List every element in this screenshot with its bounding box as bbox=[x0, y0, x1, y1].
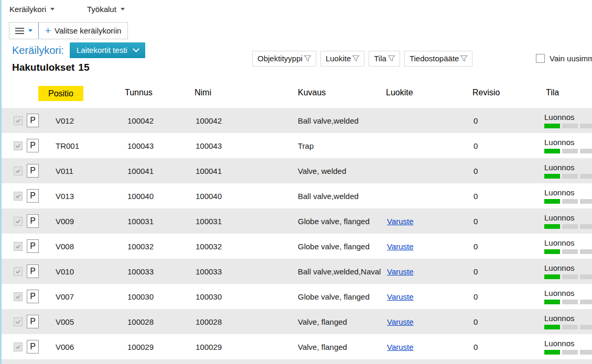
row-checkbox[interactable] bbox=[14, 192, 23, 201]
tunnus-cell: 100040 bbox=[127, 183, 154, 208]
menu-kerailykori-label: Keräilykori bbox=[9, 5, 46, 14]
p-document-icon[interactable]: P bbox=[27, 164, 39, 178]
progress-segment-empty bbox=[580, 274, 592, 279]
row-checkbox[interactable] bbox=[14, 242, 23, 251]
column-header-tila[interactable]: Tila bbox=[546, 88, 559, 97]
progress-segment-empty bbox=[580, 300, 592, 304]
kuvaus-cell: Valve, flanged bbox=[298, 309, 347, 334]
p-document-icon[interactable]: P bbox=[27, 239, 39, 253]
row-checkbox[interactable] bbox=[14, 317, 23, 326]
kuvaus-cell: Valve, flanged bbox=[298, 334, 347, 359]
add-to-basket-button[interactable]: + Valitse keräilykoriin bbox=[39, 23, 127, 39]
table-row[interactable]: P V005 100028 100028 Valve, flanged Varu… bbox=[2, 309, 592, 334]
luokite-link[interactable]: Varuste bbox=[387, 234, 414, 259]
p-document-icon[interactable]: P bbox=[27, 189, 39, 203]
p-document-icon[interactable]: P bbox=[27, 214, 39, 228]
nimi-cell: 100029 bbox=[196, 334, 222, 359]
row-checkbox[interactable] bbox=[14, 267, 23, 276]
menu-tyokalut[interactable]: Työkalut bbox=[87, 5, 125, 14]
basket-row: Keräilykori: Laitekortit testi bbox=[12, 42, 145, 58]
table-row[interactable]: P V009 100031 100031 Globe valve, flange… bbox=[2, 208, 592, 234]
p-document-icon[interactable]: P bbox=[27, 114, 39, 127]
newest-only-option[interactable]: Vain uusimmat r bbox=[536, 54, 592, 63]
filter-label: Tila bbox=[374, 54, 386, 63]
revisio-cell: 0 bbox=[473, 158, 478, 183]
p-document-icon[interactable]: P bbox=[27, 264, 39, 278]
table-row[interactable]: P V013 100040 100040 Ball valve,welded 0… bbox=[2, 183, 592, 208]
tila-cell: Luonnos bbox=[544, 284, 592, 309]
table-row[interactable]: P V010 100033 100033 Ball valve,welded,N… bbox=[2, 259, 592, 284]
app-window: Keräilykori Työkalut + Valitse keräilyko… bbox=[0, 0, 592, 364]
nimi-cell: 100040 bbox=[196, 183, 222, 208]
p-document-icon[interactable]: P bbox=[27, 139, 39, 152]
tunnus-cell: 100032 bbox=[127, 234, 154, 259]
row-checkbox[interactable] bbox=[14, 292, 23, 301]
menu-kerailykori[interactable]: Keräilykori bbox=[9, 5, 55, 14]
basket-label: Keräilykori: bbox=[12, 45, 64, 57]
progress-segment-filled bbox=[544, 249, 560, 254]
status-label: Luonnos bbox=[544, 238, 575, 247]
nimi-cell: 100032 bbox=[196, 234, 222, 259]
revisio-cell: 0 bbox=[473, 309, 478, 334]
column-header-nimi[interactable]: Nimi bbox=[195, 88, 211, 97]
table-row[interactable]: P V008 100032 100032 Globe valve, flange… bbox=[2, 234, 592, 259]
p-document-icon[interactable]: P bbox=[27, 290, 39, 303]
filter-tila-button[interactable]: Tila bbox=[369, 51, 400, 67]
chevron-down-icon bbox=[50, 8, 55, 10]
chevron-down-icon bbox=[121, 8, 125, 10]
tunnus-cell: 100041 bbox=[127, 158, 154, 183]
check-icon bbox=[15, 294, 21, 300]
progress-segment-empty bbox=[562, 274, 578, 279]
filter-objektityyppi-button[interactable]: Objektityyppi bbox=[252, 51, 316, 67]
status-progress-bar bbox=[544, 174, 592, 179]
table-row[interactable]: P TR001 100043 100043 Trap 0 Luonnos bbox=[2, 133, 592, 158]
luokite-link[interactable]: Varuste bbox=[387, 334, 414, 359]
basket-menu-button[interactable] bbox=[9, 23, 38, 39]
column-header-positio[interactable]: Positio bbox=[38, 86, 83, 101]
revisio-cell: 0 bbox=[473, 284, 478, 309]
positio-cell: V011 bbox=[56, 158, 73, 183]
document-icon-cell: P bbox=[27, 208, 39, 234]
row-checkbox[interactable] bbox=[14, 217, 23, 226]
p-document-icon[interactable]: P bbox=[27, 315, 39, 328]
table-row[interactable]: P V007 100030 100030 Globe valve, flange… bbox=[2, 284, 592, 309]
row-checkbox[interactable] bbox=[14, 116, 23, 125]
basket-toolbar: + Valitse keräilykoriin bbox=[9, 22, 128, 39]
column-header-kuvaus[interactable]: Kuvaus bbox=[298, 88, 326, 97]
status-label: Luonnos bbox=[544, 163, 575, 172]
column-header-tunnus[interactable]: Tunnus bbox=[125, 88, 153, 97]
positio-cell: V008 bbox=[56, 234, 74, 259]
row-checkbox[interactable] bbox=[14, 167, 23, 175]
filter-tiedostopaate-button[interactable]: Tiedostopääte bbox=[404, 51, 473, 67]
luokite-link[interactable]: Varuste bbox=[387, 208, 414, 234]
nimi-cell: 100033 bbox=[196, 259, 222, 284]
luokite-link[interactable]: Varuste bbox=[387, 284, 414, 309]
menu-tyokalut-label: Työkalut bbox=[87, 5, 116, 14]
luokite-link[interactable]: Varuste bbox=[387, 259, 414, 284]
status-progress-bar bbox=[544, 300, 592, 304]
row-select-cell bbox=[14, 334, 23, 359]
check-icon bbox=[15, 143, 21, 149]
p-document-icon[interactable]: P bbox=[27, 340, 39, 354]
status-progress-bar bbox=[544, 224, 592, 229]
tila-cell: Luonnos bbox=[544, 208, 592, 234]
check-icon bbox=[15, 218, 21, 224]
progress-segment-empty bbox=[562, 350, 578, 355]
status-progress-bar bbox=[544, 124, 592, 128]
luokite-link[interactable]: Varuste bbox=[387, 309, 414, 334]
newest-only-checkbox[interactable] bbox=[536, 54, 545, 63]
table-row[interactable]: P V011 100041 100041 Valve, welded 0 Luo… bbox=[2, 158, 592, 183]
row-checkbox[interactable] bbox=[14, 343, 23, 351]
status-progress-bar bbox=[544, 350, 592, 355]
table-row[interactable]: P V012 100042 100042 Ball valve,welded 0… bbox=[2, 108, 592, 133]
column-header-revisio[interactable]: Revisio bbox=[472, 88, 500, 97]
row-checkbox[interactable] bbox=[14, 141, 23, 150]
progress-segment-filled bbox=[544, 199, 560, 204]
tila-cell: Luonnos bbox=[544, 259, 592, 284]
table-row[interactable]: P V006 100029 100029 Valve, flanged Varu… bbox=[2, 334, 592, 359]
column-header-luokite[interactable]: Luokite bbox=[386, 88, 413, 97]
basket-select-dropdown[interactable]: Laitekortit testi bbox=[70, 42, 145, 58]
filter-luokite-button[interactable]: Luokite bbox=[320, 51, 364, 67]
tunnus-cell: 100042 bbox=[127, 108, 154, 133]
kuvaus-cell: Trap bbox=[298, 133, 314, 158]
